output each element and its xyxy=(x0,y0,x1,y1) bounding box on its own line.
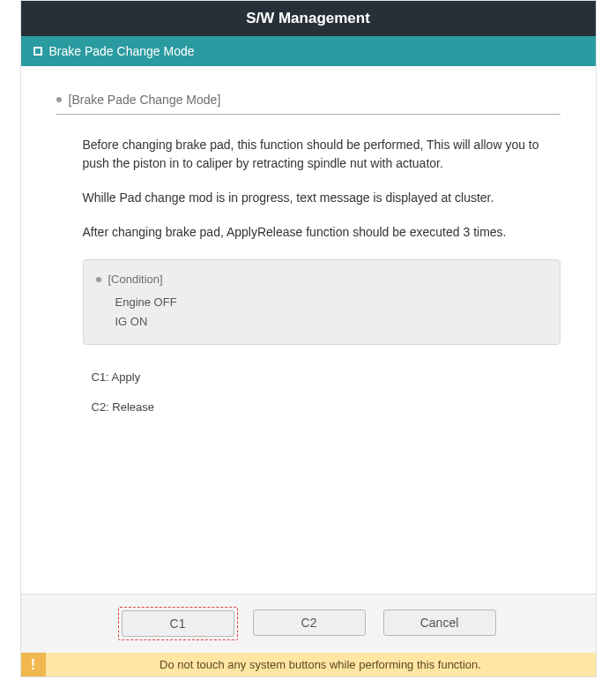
button-frame: C2 xyxy=(250,607,368,640)
c2-button[interactable]: C2 xyxy=(253,609,366,636)
content-area: [Brake Pade Change Mode] Before changing… xyxy=(21,66,596,594)
mode-label: Brake Pade Change Mode xyxy=(49,44,195,58)
legend-c1: C1: Apply xyxy=(92,362,560,392)
description-paragraph: After changing brake pad, ApplyRelease f… xyxy=(56,223,560,242)
condition-list: Engine OFF IG ON xyxy=(96,293,547,332)
bullet-icon xyxy=(96,277,101,282)
description-paragraph: Before changing brake pad, this function… xyxy=(56,136,560,173)
condition-heading-text: [Condition] xyxy=(108,273,163,286)
cancel-button[interactable]: Cancel xyxy=(383,609,496,636)
bullet-icon xyxy=(56,97,62,102)
button-legend: C1: Apply C2: Release xyxy=(56,362,560,422)
section-heading: [Brake Pade Change Mode] xyxy=(56,93,560,115)
warning-bar: ! Do not touch any system buttons while … xyxy=(21,653,596,676)
c1-button[interactable]: C1 xyxy=(122,610,234,637)
section-heading-text: [Brake Pade Change Mode] xyxy=(69,93,221,107)
selected-button-frame: C1 xyxy=(118,607,238,640)
condition-item: IG ON xyxy=(115,312,547,332)
mode-bar: Brake Pade Change Mode xyxy=(21,36,596,66)
warning-icon: ! xyxy=(21,653,46,676)
button-bar: C1 C2 Cancel xyxy=(21,594,596,653)
legend-c2: C2: Release xyxy=(92,392,560,422)
titlebar: S/W Management xyxy=(21,1,596,36)
condition-box: [Condition] Engine OFF IG ON xyxy=(83,259,560,345)
window: S/W Management Brake Pade Change Mode [B… xyxy=(20,0,597,677)
condition-item: Engine OFF xyxy=(115,293,547,312)
square-icon xyxy=(33,47,42,56)
condition-heading: [Condition] xyxy=(96,273,547,286)
warning-text: Do not touch any system buttons while pe… xyxy=(46,653,596,676)
window-title: S/W Management xyxy=(246,10,370,26)
description-paragraph: Whille Pad change mod is in progress, te… xyxy=(56,189,560,207)
button-frame: Cancel xyxy=(381,607,499,640)
